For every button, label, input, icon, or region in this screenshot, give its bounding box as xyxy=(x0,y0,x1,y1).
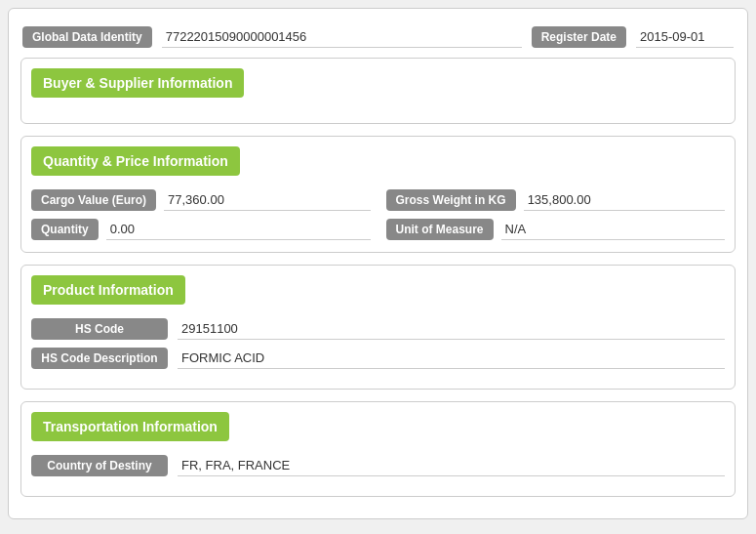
product-section: Product Information HS Code 29151100 HS … xyxy=(20,265,736,390)
product-header: Product Information xyxy=(31,275,185,305)
register-date-label: Register Date xyxy=(532,26,626,48)
cargo-value-label: Cargo Value (Euro) xyxy=(31,189,156,211)
gross-weight-pair: Gross Weight in KG 135,800.00 xyxy=(386,189,726,211)
hs-desc-value: FORMIC ACID xyxy=(178,348,725,369)
country-destiny-label: Country of Destiny xyxy=(31,455,168,476)
buyer-supplier-header: Buyer & Supplier Information xyxy=(31,68,244,98)
product-body: HS Code 29151100 HS Code Description FOR… xyxy=(21,314,735,389)
quantity-label: Quantity xyxy=(31,219,99,240)
global-data-row: Global Data Identity 7722201509000000145… xyxy=(20,19,736,58)
transportation-body: Country of Destiny FR, FRA, FRANCE xyxy=(21,451,735,496)
country-destiny-row: Country of Destiny FR, FRA, FRANCE xyxy=(31,455,725,476)
transportation-header: Transportation Information xyxy=(31,412,229,441)
gdi-label: Global Data Identity xyxy=(22,26,152,48)
quantity-price-row2: Quantity 0.00 Unit of Measure N/A xyxy=(31,219,725,240)
gross-weight-value: 135,800.00 xyxy=(524,189,725,211)
hs-code-label: HS Code xyxy=(31,318,168,340)
buyer-supplier-section: Buyer & Supplier Information xyxy=(20,58,736,124)
quantity-pair: Quantity 0.00 xyxy=(31,219,371,240)
hs-desc-row: HS Code Description FORMIC ACID xyxy=(31,348,725,369)
cargo-value-value: 77,360.00 xyxy=(164,189,370,211)
buyer-supplier-body xyxy=(21,107,735,123)
hs-code-value: 29151100 xyxy=(178,318,725,340)
gdi-value: 77222015090000001456 xyxy=(162,26,522,48)
cargo-value-pair: Cargo Value (Euro) 77,360.00 xyxy=(31,189,371,211)
hs-desc-label: HS Code Description xyxy=(31,348,168,369)
gross-weight-label: Gross Weight in KG xyxy=(386,189,516,211)
quantity-value: 0.00 xyxy=(106,219,371,240)
quantity-price-header: Quantity & Price Information xyxy=(31,146,240,176)
register-date-value: 2015-09-01 xyxy=(636,26,734,48)
main-container: Global Data Identity 7722201509000000145… xyxy=(8,8,748,519)
quantity-price-section: Quantity & Price Information Cargo Value… xyxy=(20,136,736,253)
unit-measure-label: Unit of Measure xyxy=(386,219,494,240)
unit-measure-pair: Unit of Measure N/A xyxy=(386,219,726,240)
unit-measure-value: N/A xyxy=(501,219,725,240)
quantity-price-body: Cargo Value (Euro) 77,360.00 Gross Weigh… xyxy=(21,185,735,252)
hs-code-row: HS Code 29151100 xyxy=(31,318,725,340)
country-destiny-value: FR, FRA, FRANCE xyxy=(178,455,725,476)
quantity-price-row1: Cargo Value (Euro) 77,360.00 Gross Weigh… xyxy=(31,189,725,211)
transportation-section: Transportation Information Country of De… xyxy=(20,401,736,497)
